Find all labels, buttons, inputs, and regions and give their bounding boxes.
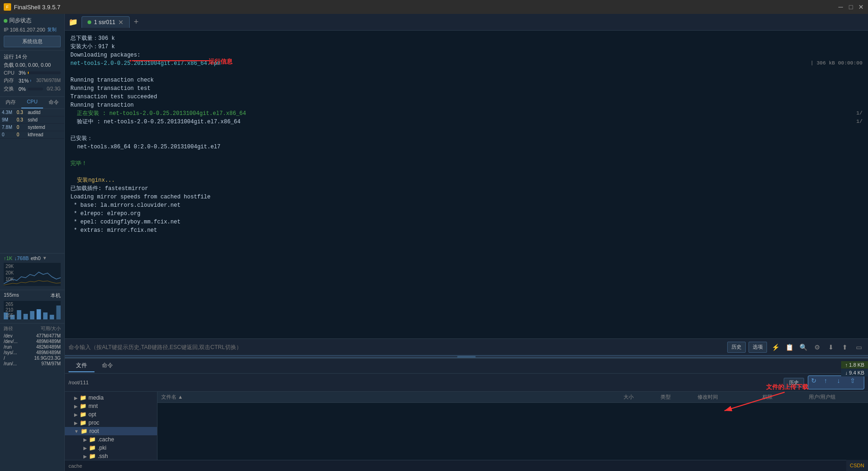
list-item[interactable]: /run/... 97M/97M xyxy=(4,361,61,366)
col-type[interactable]: 类型 xyxy=(660,394,698,401)
term-line: Running transaction xyxy=(70,101,862,109)
term-line: 总下载量：306 k xyxy=(70,34,862,43)
term-line: * epel: codingflyboy.mm.fcix.net xyxy=(70,218,862,226)
tree-item-label: mnt xyxy=(88,403,98,409)
download-speed: ↓ 9.4 KB xyxy=(841,369,868,376)
ping-row: 155ms 本机 xyxy=(4,292,61,299)
term-line xyxy=(70,151,862,159)
clipboard-icon[interactable]: 📋 xyxy=(784,342,795,353)
list-item[interactable]: ▶ 📁 opt xyxy=(65,410,157,419)
mem-value: 31% xyxy=(19,78,29,83)
table-row[interactable]: 7.8M 0 systemd xyxy=(0,124,64,131)
list-item[interactable]: ▶ 📁 .pki xyxy=(65,444,157,452)
network-chart: 29K 20K 10K xyxy=(4,263,61,286)
file-list: 文件名 ▲ 大小 类型 修改时间 权限 用户/用户组 xyxy=(157,392,868,460)
sidebar: 同步状态 IP 108.61.207.200 复制 系统信息 运行 14 分 负… xyxy=(0,14,65,471)
process-tabs: 内存 CPU 命令 xyxy=(0,97,64,109)
add-tab-button[interactable]: + xyxy=(131,17,142,28)
download-icon[interactable]: ⬇ xyxy=(825,342,837,353)
list-item[interactable]: /sys/... 489M/489M xyxy=(4,350,61,355)
tab-cmd[interactable]: 命令 xyxy=(43,97,64,108)
list-item[interactable]: ▶ 📁 media xyxy=(65,394,157,402)
cpu-label: CPU xyxy=(4,70,17,76)
folder-icon: 📁 xyxy=(80,420,87,426)
disk-path: /run/... xyxy=(4,361,28,366)
term-line: * elrepo: elrepo.org xyxy=(70,210,862,218)
term-line xyxy=(70,168,862,176)
svg-rect-2 xyxy=(17,310,21,319)
file-tree[interactable]: ▶ 📁 media ▶ 📁 mnt ▶ 📁 opt xyxy=(65,392,157,460)
col-perm[interactable]: 权限 xyxy=(762,394,809,401)
session-name: 1 ssr011 xyxy=(94,19,115,25)
folder-button[interactable]: 📁 xyxy=(67,16,80,29)
terminal[interactable]: 总下载量：306 k 安装大小：917 k Downloading packag… xyxy=(65,31,868,338)
list-item[interactable]: ▶ 📁 mnt xyxy=(65,402,157,410)
upload-button[interactable]: ↑ xyxy=(824,377,835,388)
upload-icon[interactable]: ⬆ xyxy=(839,342,850,353)
minimize-button[interactable]: ─ xyxy=(837,4,844,10)
sysinfo-button[interactable]: 系统信息 xyxy=(4,36,61,47)
list-item[interactable]: ▶ 📁 .ssh xyxy=(65,452,157,460)
mem-detail: 307M/978M xyxy=(36,78,61,83)
svg-rect-4 xyxy=(30,311,34,319)
upload-alt-button[interactable]: ⇧ xyxy=(850,377,861,388)
window-icon[interactable]: ▭ xyxy=(853,342,864,353)
proc-cpu: 0 xyxy=(17,132,28,137)
option-button[interactable]: 选项 xyxy=(748,342,767,353)
disk-avail: 16.9G/23.3G xyxy=(28,356,61,361)
tab-mem[interactable]: 内存 xyxy=(0,97,21,108)
folder-icon: 📁 xyxy=(89,445,96,451)
list-item[interactable]: /dev 477M/477M xyxy=(4,333,61,338)
tab-file[interactable]: 文件 xyxy=(69,360,94,372)
table-row[interactable]: 0 0 kthread xyxy=(0,131,64,139)
mem-label: 内存 xyxy=(4,77,17,84)
verify-line: 验证中 : net-tools-2.0-0.25.20131004git.el7… xyxy=(70,118,862,126)
list-item[interactable]: ▶ 📁 .cache xyxy=(65,435,157,444)
file-history-button[interactable]: 历史 xyxy=(784,378,804,388)
proc-mem: 0 xyxy=(2,132,17,137)
close-button[interactable]: ✕ xyxy=(858,4,864,10)
disk-path: /run xyxy=(4,344,28,350)
tab-cpu[interactable]: CPU xyxy=(21,97,43,108)
folder-icon: 📁 xyxy=(81,428,88,434)
history-button[interactable]: 历史 xyxy=(727,342,746,353)
list-item[interactable]: / 16.9G/23.3G xyxy=(4,356,61,361)
table-row[interactable]: 9M 0.3 sshd xyxy=(0,116,64,124)
list-item[interactable]: ▼ 📁 root xyxy=(65,427,157,435)
folder-icon: 📁 xyxy=(80,411,87,418)
download-line: net-tools-2.0-0.25.20131004git.el7.x86_6… xyxy=(70,59,862,68)
lightning-icon[interactable]: ⚡ xyxy=(770,342,781,353)
col-date[interactable]: 修改时间 xyxy=(698,394,762,401)
list-item[interactable]: /run 482M/489M xyxy=(4,344,61,350)
maximize-button[interactable]: □ xyxy=(848,4,854,10)
list-item[interactable]: /dev/... 489M/489M xyxy=(4,339,61,344)
tab-command[interactable]: 命令 xyxy=(94,360,120,372)
col-user[interactable]: 用户/用户组 xyxy=(809,394,864,401)
disk-path: /sys/... xyxy=(4,350,28,355)
uptime-row: 运行 14 分 xyxy=(4,53,61,60)
drag-handle xyxy=(457,356,476,357)
refresh-button[interactable]: ↻ xyxy=(811,377,822,388)
disk-col-avail: 可用/大小 xyxy=(28,325,61,332)
settings-icon[interactable]: ⚙ xyxy=(811,342,823,353)
table-row[interactable]: 4.3M 0.3 auditd xyxy=(0,109,64,116)
tab-close-button[interactable]: ✕ xyxy=(118,19,124,26)
session-tab[interactable]: 1 ssr011 ✕ xyxy=(82,16,130,28)
copy-ip-button[interactable]: 复制 xyxy=(47,26,57,33)
list-item[interactable]: ▶ 📁 proc xyxy=(65,419,157,427)
col-size[interactable]: 大小 xyxy=(623,394,660,401)
expand-icon: ▶ xyxy=(74,404,78,409)
proc-cpu: 0.3 xyxy=(17,110,28,115)
term-line: * base: la.mirrors.clouvider.net xyxy=(70,201,862,210)
folder-icon: 📁 xyxy=(89,436,96,443)
download-button[interactable]: ↓ xyxy=(837,377,848,388)
col-filename[interactable]: 文件名 ▲ xyxy=(161,394,623,401)
folder-icon: 📁 xyxy=(89,453,96,459)
svg-rect-6 xyxy=(43,312,47,319)
cmd-input[interactable] xyxy=(69,344,727,350)
swap-label: 交换 xyxy=(4,85,17,92)
search-icon[interactable]: 🔍 xyxy=(798,342,809,353)
term-line: 已加载插件: fastestmirror xyxy=(70,185,862,193)
disk-avail: 477M/477M xyxy=(28,333,61,338)
disk-avail: 482M/489M xyxy=(28,344,61,350)
